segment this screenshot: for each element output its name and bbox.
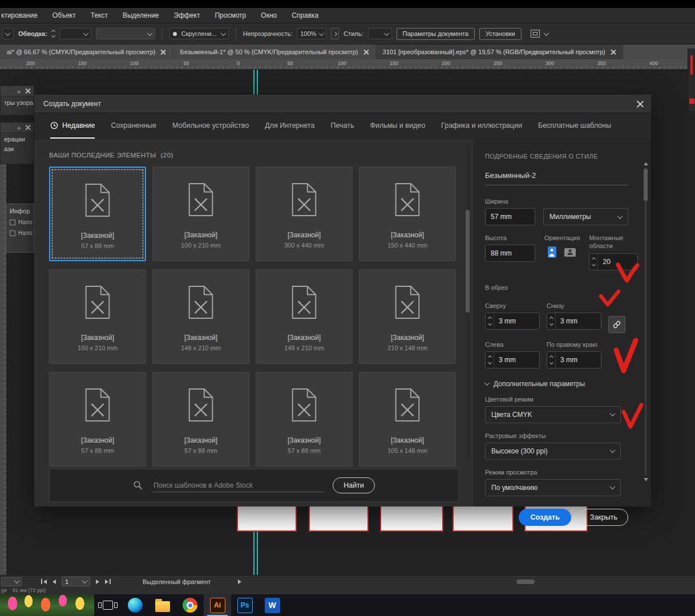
tab-saved[interactable]: Сохраненные [111,113,156,139]
search-button[interactable]: Найти [333,477,375,493]
stepper-arrows[interactable] [486,352,494,368]
stroke-weight-dropdown[interactable] [59,28,91,39]
tab-print[interactable]: Печать [331,113,354,139]
dialog-close-icon[interactable] [636,100,644,108]
document-tab[interactable]: ai* @ 66,67 % (CMYK/Предварительный прос… [0,44,173,59]
template-card[interactable]: [Заказной] 57 x 88 mm [49,372,146,467]
fill-dropdown[interactable] [2,28,14,39]
menu-select[interactable]: Выделение [123,11,159,19]
tab-art-illustration[interactable]: Графика и иллюстрации [441,113,522,139]
collapse-panel-icon[interactable]: » [17,124,21,131]
step-down-icon[interactable] [487,360,491,364]
template-card[interactable]: [Заказной] 150 x 440 mm [359,167,456,261]
template-card[interactable]: [Заказной] 57 x 88 mm [152,372,249,467]
bleed-right-field[interactable] [556,352,601,368]
tab-close-icon[interactable] [611,50,616,55]
tab-mobile[interactable]: Мобильное устройство [172,113,249,139]
brush-dropdown[interactable]: Скруглени... [169,28,229,39]
panel-row[interactable]: ерации [1,133,34,143]
bleed-right-stepper[interactable] [547,351,601,368]
horizontal-scrollbar-thumb[interactable] [516,579,535,584]
preview-mode-dropdown[interactable]: По умолчанию [485,479,621,496]
template-card[interactable]: [Заказной] 300 x 440 mm [256,167,353,261]
tab-close-icon[interactable] [363,50,369,55]
checkbox[interactable] [10,230,15,236]
bleed-left-stepper[interactable] [485,351,540,368]
artboard-number-dropdown[interactable]: 1 [62,577,90,586]
step-up-icon[interactable] [549,355,553,359]
scroll-down-icon[interactable] [644,478,648,481]
horizontal-ruler[interactable]: 200 150 100 50 0 50 100 150 200 250 300 … [0,59,695,70]
stepper-arrows[interactable] [547,313,556,329]
photoshop-button[interactable]: Ps [231,594,258,616]
create-button[interactable]: Создать [519,509,571,526]
word-button[interactable]: W [258,594,286,616]
file-explorer-button[interactable] [149,594,176,616]
bleed-top-stepper[interactable] [485,313,540,330]
document-name-field[interactable] [485,171,628,185]
step-up-icon[interactable] [487,355,491,359]
scroll-up-icon[interactable] [644,162,648,165]
template-card[interactable]: [Заказной] 148 x 210 mm [152,269,249,364]
stock-search-input[interactable] [152,479,324,492]
scrollbar-vertical[interactable] [466,141,470,461]
preferences-button[interactable]: Установки [479,28,522,40]
menu-window[interactable]: Окно [261,11,277,19]
opacity-dropdown[interactable]: 100% [297,28,326,39]
artboards-field[interactable] [598,254,637,270]
bleed-link-button[interactable] [608,316,625,333]
raster-effects-dropdown[interactable]: Высокое (300 ppi) [485,443,621,460]
panel-row[interactable]: ази [1,143,34,152]
tab-web[interactable]: Для Интернета [265,113,314,139]
width-field[interactable] [485,208,535,225]
menu-type[interactable]: Текст [91,11,108,19]
template-card[interactable]: [Заказной] 57 x 88 mm [256,372,353,467]
template-card[interactable]: [Заказной] 100 x 210 mm [152,167,249,261]
template-card[interactable]: [Заказной] 105 x 148 mm [359,372,456,467]
bleed-bottom-stepper[interactable] [547,313,601,330]
tab-recent[interactable]: Недавние [50,113,95,139]
height-field[interactable] [485,245,535,262]
stroke-weight-stepper[interactable] [52,30,55,37]
tab-free-templates[interactable]: Бесплатные шаблоны [538,113,611,139]
artboard-tool-icon[interactable] [531,30,540,38]
opacity-options-button[interactable] [331,28,339,39]
step-down-icon[interactable] [592,262,596,266]
next-artboard-button[interactable] [96,579,99,584]
template-card[interactable]: [Заказной] 210 x 148 mm [359,269,456,364]
advanced-options-toggle[interactable]: Дополнительные параметры [485,380,628,388]
color-mode-dropdown[interactable]: Цвета CMYK [485,406,621,423]
document-tab[interactable]: Безымянный-1* @ 50 % (CMYK/Предварительн… [173,44,375,59]
menu-effect[interactable]: Эффект [174,11,200,19]
step-up-icon[interactable] [592,257,596,261]
right-panel-dock[interactable] [688,48,695,111]
template-card[interactable]: [Заказной] 148 x 210 mm [256,269,353,364]
step-down-icon[interactable] [487,321,491,325]
last-artboard-button[interactable] [105,579,111,584]
step-down-icon[interactable] [549,360,553,364]
artboards-stepper[interactable] [589,253,638,270]
close-button[interactable]: Закрыть [579,509,628,526]
step-up-icon[interactable] [549,316,553,320]
scrollbar-thumb[interactable] [466,210,470,313]
template-card-selected[interactable]: [Заказной] 57 x 88 mm [49,167,146,261]
step-up-icon[interactable] [487,316,491,320]
status-menu-arrow-icon[interactable] [238,579,241,584]
units-dropdown[interactable]: Миллиметры [543,208,628,225]
menu-help[interactable]: Справка [292,11,318,19]
task-view-button[interactable] [94,594,122,616]
style-dropdown[interactable] [368,28,392,39]
orientation-portrait-button[interactable] [544,245,559,260]
bleed-top-field[interactable] [494,313,539,329]
document-setup-button[interactable]: Параметры документа [397,28,475,40]
panel-close-icon[interactable] [25,88,30,94]
tab-close-icon[interactable] [160,50,165,55]
orientation-landscape-button[interactable] [563,245,577,260]
tab-film-video[interactable]: Фильмы и видео [370,113,425,139]
checkbox[interactable] [10,220,15,225]
search-highlight-image[interactable] [0,594,94,616]
stepper-arrows[interactable] [547,352,556,368]
menu-edit[interactable]: ктирование [1,11,38,19]
step-down-icon[interactable] [549,321,553,325]
bleed-left-field[interactable] [494,352,539,368]
